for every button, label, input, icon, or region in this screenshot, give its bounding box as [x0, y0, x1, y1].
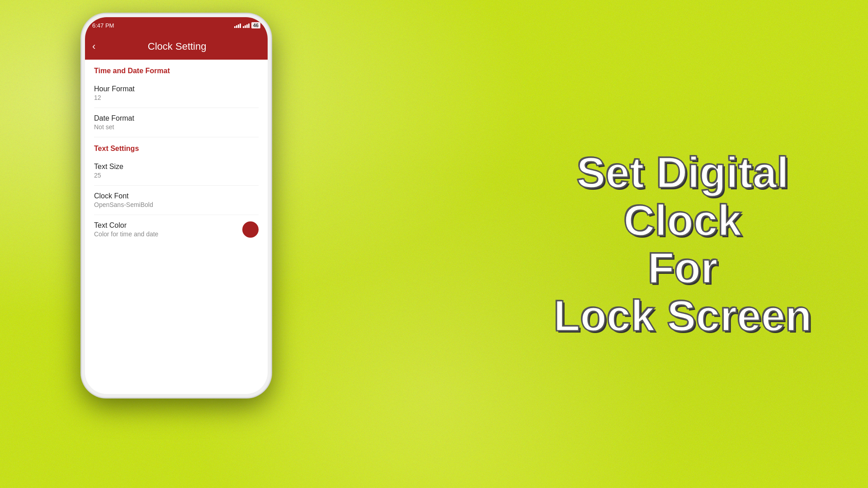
- status-time: 6:47 PM: [92, 22, 114, 29]
- clock-font-label: Clock Font: [94, 192, 259, 200]
- hero-line2: For: [648, 244, 718, 292]
- hour-format-item[interactable]: Hour Format 12: [85, 79, 268, 108]
- hero-heading: Set Digital Clock For Lock Screen: [524, 149, 841, 339]
- section-header-text: Text Settings: [85, 137, 268, 156]
- text-color-left: Text Color Color for time and date: [94, 221, 242, 238]
- phone-wrapper: 6:47 PM 46: [81, 14, 271, 398]
- text-size-item[interactable]: Text Size 25: [85, 156, 268, 185]
- settings-content[interactable]: Time and Date Format Hour Format 12 Date…: [85, 60, 268, 394]
- text-size-value: 25: [94, 172, 259, 179]
- signal-icon: [234, 23, 241, 28]
- text-color-value: Color for time and date: [94, 230, 242, 238]
- text-color-item[interactable]: Text Color Color for time and date: [85, 215, 268, 244]
- phone-outer: 6:47 PM 46: [81, 14, 271, 398]
- date-format-value: Not set: [94, 123, 259, 131]
- status-icons: 46: [234, 22, 260, 28]
- battery-icon: 46: [251, 22, 260, 28]
- section-header-time-date: Time and Date Format: [85, 60, 268, 79]
- color-dot[interactable]: [242, 221, 259, 238]
- app-bar-title: Clock Setting: [104, 41, 250, 52]
- hero-line1: Set Digital Clock: [576, 148, 788, 244]
- phone-screen: 6:47 PM 46: [85, 17, 268, 394]
- hero-text-container: Set Digital Clock For Lock Screen: [524, 149, 841, 339]
- clock-font-item[interactable]: Clock Font OpenSans-SemiBold: [85, 186, 268, 215]
- app-bar: ‹ Clock Setting: [85, 33, 268, 60]
- signal-icon-2: [243, 23, 250, 28]
- status-bar: 6:47 PM 46: [85, 17, 268, 33]
- clock-font-value: OpenSans-SemiBold: [94, 201, 259, 208]
- date-format-label: Date Format: [94, 114, 259, 122]
- hour-format-label: Hour Format: [94, 85, 259, 93]
- hour-format-value: 12: [94, 94, 259, 101]
- text-color-label: Text Color: [94, 221, 242, 230]
- back-button[interactable]: ‹: [92, 41, 95, 52]
- text-size-label: Text Size: [94, 163, 259, 171]
- hero-line3: Lock Screen: [554, 291, 812, 340]
- date-format-item[interactable]: Date Format Not set: [85, 108, 268, 137]
